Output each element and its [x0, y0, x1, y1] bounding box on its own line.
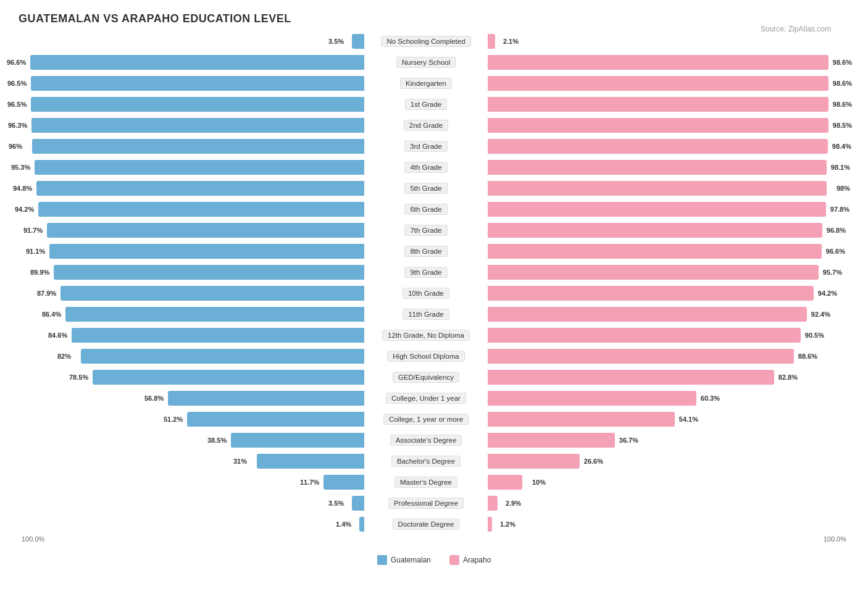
right-bar-container: 98%: [488, 181, 833, 196]
bar-right: 98.4%: [488, 139, 828, 154]
right-bar-container: 2.9%: [488, 496, 833, 511]
chart-row: 91.7% 7th Grade 96.8%: [19, 220, 849, 240]
chart-row: 96% 3rd Grade 98.4%: [19, 136, 849, 156]
left-bar-container: 82%: [19, 349, 364, 364]
left-value: 38.5%: [207, 437, 227, 444]
bar-left: 91.1%: [49, 244, 364, 259]
right-bar-container: 60.3%: [488, 391, 833, 406]
chart-row: 11.7% Master's Degree 10%: [19, 472, 849, 491]
chart-row: 78.5% GED/Equivalency 82.8%: [19, 367, 849, 387]
bar-right: 96.6%: [488, 244, 822, 259]
row-label: Master's Degree: [394, 477, 457, 488]
guatemalan-color-swatch: [377, 555, 387, 565]
row-label: 3rd Grade: [404, 141, 448, 152]
row-label: Nursery School: [396, 57, 456, 68]
chart-row: 96.5% Kindergarten 98.6%: [19, 73, 849, 93]
row-label: 5th Grade: [404, 183, 447, 194]
chart-legend: Guatemalan Arapaho: [19, 555, 849, 565]
right-value: 98.6%: [833, 80, 852, 87]
chart-title: GUATEMALAN VS ARAPAHO EDUCATION LEVEL: [19, 12, 849, 25]
left-value: 86.4%: [42, 311, 61, 318]
left-value: 96.5%: [7, 101, 27, 108]
row-label-container: No Schooling Completed: [364, 36, 488, 47]
right-bar-container: 96.8%: [488, 223, 833, 238]
right-value: 97.8%: [830, 206, 849, 213]
left-bar-container: 94.2%: [19, 202, 364, 217]
left-value: 87.9%: [37, 290, 56, 297]
bar-left: 3.5%: [352, 34, 364, 49]
bar-left: 94.2%: [38, 202, 364, 217]
bar-right: 94.2%: [488, 286, 814, 301]
row-label-container: High School Diploma: [364, 351, 488, 362]
bar-left: 94.8%: [36, 181, 364, 196]
left-value: 82%: [57, 353, 71, 360]
right-bar-container: 36.7%: [488, 433, 833, 448]
row-label-container: 6th Grade: [364, 204, 488, 215]
chart-row: 96.5% 1st Grade 98.6%: [19, 94, 849, 114]
right-value: 1.2%: [500, 520, 515, 528]
row-label-container: Master's Degree: [364, 477, 488, 488]
bar-right: 36.7%: [488, 433, 615, 448]
row-label-container: 1st Grade: [364, 99, 488, 110]
right-value: 2.9%: [506, 500, 521, 507]
row-label: 7th Grade: [404, 225, 447, 236]
right-value: 10%: [532, 479, 546, 486]
row-label: 9th Grade: [404, 267, 447, 278]
bar-right: 98%: [488, 181, 827, 196]
right-bar-container: 92.4%: [488, 307, 833, 322]
right-bar-container: 98.6%: [488, 76, 833, 91]
bar-right: 1.2%: [488, 517, 492, 532]
right-value: 98.5%: [833, 122, 852, 129]
right-value: 2.1%: [503, 38, 519, 45]
right-bar-container: 90.5%: [488, 328, 833, 343]
row-label-container: 11th Grade: [364, 309, 488, 320]
row-label-container: 9th Grade: [364, 267, 488, 278]
bar-left: 84.6%: [72, 328, 364, 343]
row-label-container: 12th Grade, No Diploma: [364, 330, 488, 341]
row-label-container: Associate's Degree: [364, 435, 488, 446]
row-label-container: Doctorate Degree: [364, 519, 488, 530]
left-value: 56.8%: [144, 395, 164, 402]
right-value: 88.6%: [798, 353, 817, 360]
left-bar-container: 56.8%: [19, 391, 364, 406]
right-bar-container: 98.1%: [488, 160, 833, 175]
row-label: High School Diploma: [387, 351, 464, 362]
right-value: 95.7%: [823, 269, 842, 276]
right-bar-container: 97.8%: [488, 202, 833, 217]
chart-row: 3.5% No Schooling Completed 2.1%: [19, 31, 849, 51]
row-label-container: 4th Grade: [364, 162, 488, 173]
chart-container: 3.5% No Schooling Completed 2.1% 96.6% N…: [19, 31, 849, 565]
row-label-container: 3rd Grade: [364, 141, 488, 152]
left-value: 1.4%: [336, 520, 351, 528]
right-bar-container: 82.8%: [488, 370, 833, 385]
right-value: 98.6%: [833, 59, 852, 66]
bar-left: 31%: [257, 454, 364, 469]
bar-left: 11.7%: [323, 475, 364, 490]
row-label-container: 10th Grade: [364, 288, 488, 299]
right-bar-container: 2.1%: [488, 34, 833, 49]
row-label-container: College, 1 year or more: [364, 414, 488, 425]
arapaho-color-swatch: [449, 555, 459, 565]
left-value: 31%: [233, 458, 247, 465]
left-value: 95.3%: [11, 164, 30, 171]
left-bar-container: 38.5%: [19, 433, 364, 448]
row-label: College, 1 year or more: [383, 414, 469, 425]
right-value: 98.4%: [832, 143, 851, 150]
left-value: 91.1%: [26, 248, 45, 255]
row-label: Associate's Degree: [390, 435, 462, 446]
right-bar-container: 98.5%: [488, 118, 833, 133]
left-bar-container: 86.4%: [19, 307, 364, 322]
chart-row: 96.3% 2nd Grade 98.5%: [19, 115, 849, 135]
bar-right: 2.9%: [488, 496, 498, 511]
bar-right: 98.1%: [488, 160, 827, 175]
left-bar-container: 96.3%: [19, 118, 364, 133]
right-bar-container: 94.2%: [488, 286, 833, 301]
left-value: 91.7%: [23, 227, 43, 234]
right-value: 92.4%: [811, 311, 830, 318]
bar-right: 88.6%: [488, 349, 794, 364]
row-label: Kindergarten: [400, 78, 452, 89]
left-bar-container: 96.6%: [19, 55, 364, 70]
left-bar-container: 89.9%: [19, 265, 364, 280]
bar-right: 82.8%: [488, 370, 774, 385]
row-label-container: Nursery School: [364, 57, 488, 68]
